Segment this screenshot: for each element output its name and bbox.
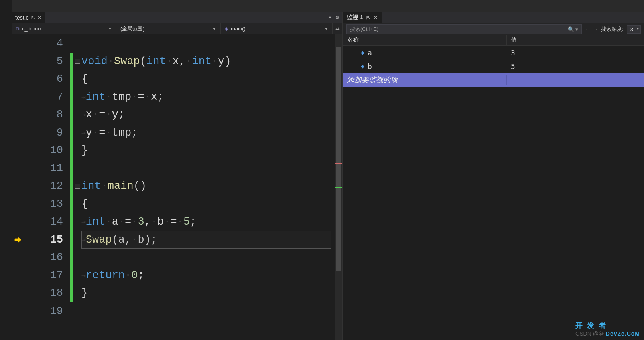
line-number-gutter: 45678910111213141516171819 bbox=[24, 34, 70, 340]
fold-toggle-icon[interactable]: − bbox=[75, 59, 80, 64]
depth-dropdown[interactable]: 3 bbox=[627, 25, 641, 34]
scroll-marker bbox=[335, 163, 342, 164]
line-number: 4 bbox=[24, 34, 63, 53]
line-number: 18 bbox=[24, 284, 63, 302]
tab-label: test.c bbox=[15, 14, 28, 21]
code-line[interactable]: ⇥ int·a·=·3,·b·=·5; bbox=[81, 213, 335, 231]
code-text[interactable]: void·Swap(int·x,·int·y){⇥ int·tmp·=·x;⇥ … bbox=[81, 34, 335, 340]
code-line[interactable] bbox=[81, 302, 335, 320]
watch-body: ◆a3◆b5添加要监视的项 bbox=[343, 46, 644, 340]
prev-result-icon[interactable]: ← bbox=[585, 26, 590, 32]
search-input[interactable]: 搜索(Ctrl+E) 🔍 ▾ bbox=[346, 24, 582, 34]
code-line[interactable]: ⇥ return·0; bbox=[81, 267, 335, 285]
function-icon: ◈ bbox=[225, 26, 228, 32]
pin-icon[interactable]: ⇱ bbox=[31, 15, 35, 20]
code-line[interactable] bbox=[81, 34, 335, 53]
project-dropdown[interactable]: ⧉ c_demo ▼ bbox=[12, 23, 116, 34]
watermark-brand-bottom: DevZe.CoM bbox=[606, 330, 640, 337]
next-result-icon[interactable]: → bbox=[593, 26, 598, 32]
dropdown-icon[interactable]: ▾ bbox=[328, 14, 331, 21]
swap-panes-icon[interactable]: ⇄ bbox=[333, 26, 342, 32]
editor-tab-test-c[interactable]: test.c ⇱ ✕ bbox=[12, 12, 45, 23]
code-line[interactable]: ⇥ x·=·y; bbox=[81, 106, 335, 124]
navigation-bar: ⧉ c_demo ▼ (全局范围) ▼ ◈ main() ▼ ⇄ bbox=[12, 23, 342, 34]
chevron-down-icon: ▼ bbox=[108, 26, 112, 31]
watch-tab-bar: 监视 1 ⇱ ✕ bbox=[343, 12, 644, 23]
depth-value: 3 bbox=[630, 26, 633, 32]
search-placeholder: 搜索(Ctrl+E) bbox=[350, 26, 378, 33]
execution-pointer-icon bbox=[14, 236, 22, 244]
breakpoint-margin[interactable] bbox=[12, 34, 24, 340]
watch-toolbar: 搜索(Ctrl+E) 🔍 ▾ ← → 搜索深度: 3 bbox=[343, 23, 644, 35]
editor-tab-bar: test.c ⇱ ✕ ▾ ⚙ bbox=[12, 12, 342, 23]
code-line[interactable]: } bbox=[81, 142, 335, 160]
watch-pane: 监视 1 ⇱ ✕ 搜索(Ctrl+E) 🔍 ▾ ← → 搜索深度: 3 bbox=[342, 12, 644, 340]
main-area: test.c ⇱ ✕ ▾ ⚙ ⧉ c_demo ▼ (全局范围) ▼ bbox=[12, 0, 644, 340]
watermark-text: CSDN @努 bbox=[575, 330, 604, 337]
scope-dropdown[interactable]: (全局范围) ▼ bbox=[116, 23, 221, 34]
code-line[interactable]: } bbox=[81, 284, 335, 302]
depth-label: 搜索深度: bbox=[601, 26, 624, 33]
watch-title: 监视 1 bbox=[347, 14, 363, 21]
fold-margin[interactable]: −− bbox=[73, 34, 81, 340]
line-number: 15 bbox=[24, 231, 63, 249]
change-indicator-bar bbox=[70, 34, 73, 340]
scrollbar-thumb[interactable] bbox=[336, 47, 341, 271]
chevron-down-icon: ▼ bbox=[324, 26, 328, 31]
watermark: 开 发 者 CSDN @努 DevZe.CoM bbox=[575, 321, 640, 338]
close-icon[interactable]: ✕ bbox=[374, 15, 378, 20]
line-number: 7 bbox=[24, 88, 63, 106]
vertical-scrollbar[interactable] bbox=[335, 34, 342, 340]
line-number: 5 bbox=[24, 53, 63, 71]
watch-columns-header: 名称 值 bbox=[343, 35, 644, 46]
line-number: 10 bbox=[24, 142, 63, 160]
code-line[interactable]: ⇥ int·tmp·=·x; bbox=[81, 88, 335, 106]
watch-row[interactable]: ◆b5 bbox=[343, 59, 644, 73]
close-icon[interactable]: ✕ bbox=[37, 15, 41, 20]
left-sidebar-gutter bbox=[0, 0, 12, 340]
current-line-highlight bbox=[81, 231, 331, 249]
fold-toggle-icon[interactable]: − bbox=[75, 184, 80, 189]
variable-icon: ◆ bbox=[361, 49, 364, 56]
watch-add-item[interactable]: 添加要监视的项 bbox=[343, 73, 644, 87]
column-header-value[interactable]: 值 bbox=[507, 35, 644, 45]
code-line[interactable] bbox=[81, 160, 335, 178]
line-number: 17 bbox=[24, 267, 63, 285]
pin-icon[interactable]: ⇱ bbox=[366, 15, 370, 20]
line-number: 13 bbox=[24, 195, 63, 213]
line-number: 6 bbox=[24, 70, 63, 88]
line-number: 16 bbox=[24, 249, 63, 267]
code-line[interactable]: { bbox=[81, 195, 335, 213]
code-area[interactable]: 45678910111213141516171819 −− void·Swap(… bbox=[12, 34, 342, 340]
watch-var-value: 5 bbox=[507, 62, 644, 71]
chevron-down-icon: ▼ bbox=[212, 26, 216, 31]
watch-var-value: 3 bbox=[507, 49, 644, 57]
scroll-marker bbox=[335, 187, 342, 188]
line-number: 14 bbox=[24, 213, 63, 231]
project-name: c_demo bbox=[22, 26, 41, 32]
project-icon: ⧉ bbox=[16, 26, 20, 32]
line-number: 19 bbox=[24, 302, 63, 320]
column-header-name[interactable]: 名称 bbox=[343, 35, 507, 45]
code-line[interactable]: { bbox=[81, 70, 335, 88]
search-icon[interactable]: 🔍 ▾ bbox=[568, 26, 579, 32]
watch-tab[interactable]: 监视 1 ⇱ ✕ bbox=[343, 12, 382, 23]
scope-label: (全局范围) bbox=[120, 25, 145, 32]
indent-guide bbox=[84, 70, 84, 302]
watch-row[interactable]: ◆a3 bbox=[343, 46, 644, 59]
line-number: 11 bbox=[24, 160, 63, 178]
code-line[interactable] bbox=[81, 249, 335, 267]
watermark-brand-top: 开 发 者 bbox=[575, 321, 640, 330]
line-number: 9 bbox=[24, 124, 63, 142]
line-number: 12 bbox=[24, 177, 63, 195]
gear-icon[interactable]: ⚙ bbox=[336, 14, 339, 21]
variable-icon: ◆ bbox=[361, 63, 364, 70]
code-line[interactable]: ⇥ y·=·tmp; bbox=[81, 124, 335, 142]
line-number: 8 bbox=[24, 106, 63, 124]
code-line[interactable]: int·main() bbox=[81, 177, 335, 195]
function-name: main() bbox=[231, 26, 246, 32]
watch-var-name: b bbox=[368, 62, 372, 71]
code-line[interactable]: void·Swap(int·x,·int·y) bbox=[81, 53, 335, 71]
editor-pane: test.c ⇱ ✕ ▾ ⚙ ⧉ c_demo ▼ (全局范围) ▼ bbox=[12, 12, 342, 340]
function-dropdown[interactable]: ◈ main() ▼ bbox=[221, 23, 333, 34]
